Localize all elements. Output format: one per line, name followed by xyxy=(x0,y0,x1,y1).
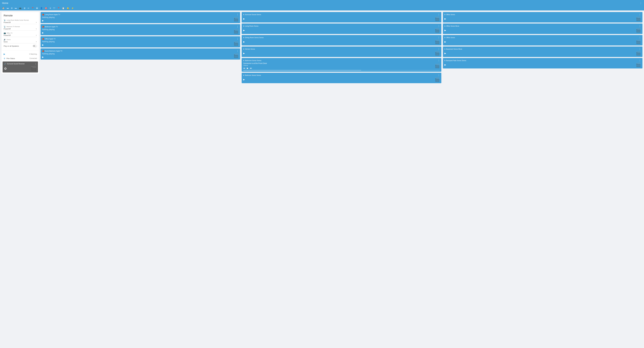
nav-bedroom-icon[interactable]: 🛏 xyxy=(15,7,17,10)
nav-tv-icon[interactable]: 📺 xyxy=(19,7,22,10)
guest-bedroom-apple-tv-play[interactable]: ▶ xyxy=(42,56,44,58)
apple-icon-2: 🍎 xyxy=(42,26,44,28)
basement-sonos-move-more[interactable]: ⋮ xyxy=(639,48,641,50)
dining-room-sonos-more[interactable]: ⋮ xyxy=(438,36,440,39)
remote-label-2: Bedroom TV Remote xyxy=(6,26,20,28)
bathroom-play-button[interactable]: ▶ xyxy=(247,67,248,69)
backyard-patio-sonos-play[interactable]: ▶ xyxy=(444,64,446,66)
nav-person-icon[interactable]: 👤 xyxy=(40,7,43,10)
surround-sound-film-icon: 🎬 xyxy=(435,16,440,21)
nav-edit-icon[interactable]: ✏ xyxy=(28,7,29,10)
bathroom-song-title: Someone is at the Front Door xyxy=(243,62,434,64)
apple-tv-column: 🍎 Living Room Apple TV ⋮ Nothing playing… xyxy=(40,12,240,60)
nav-target-icon[interactable]: 🎯 xyxy=(45,7,48,10)
kitchen-sonos-more[interactable]: ⋮ xyxy=(438,48,440,50)
office-sonos-2-more[interactable]: ⋮ xyxy=(639,36,641,39)
office-sonos-move-more[interactable]: ⋮ xyxy=(639,25,641,27)
bathroom-progress-fill xyxy=(243,70,361,70)
office-sonos-move-film-icon: 🎬 xyxy=(636,28,641,33)
play-all-label: Play on all Speakers xyxy=(4,45,19,47)
sonos-label: Sonos xyxy=(6,39,10,40)
office-sonos-play[interactable]: ▶ xyxy=(444,18,446,20)
bedroom-apple-tv-card: 🍎 Bedroom Apple TV ⋮ Nothing playing ▶ 🎬 xyxy=(40,24,240,35)
office-sonos-more[interactable]: ⋮ xyxy=(639,13,641,16)
office-sonos-2-play[interactable]: ▶ xyxy=(444,41,446,43)
living-room-apple-tv-card: 🍎 Living Room Apple TV ⋮ Nothing playing… xyxy=(40,12,240,23)
backyard-patio-sonos-title: Backyard Patio Sonos Sonos xyxy=(446,60,466,62)
plex-status-value: Connected xyxy=(30,58,37,59)
bathroom-next-button[interactable]: ⏭ xyxy=(250,67,252,69)
backyard-patio-sonos-more[interactable]: ⋮ xyxy=(639,59,641,62)
chevron-sonos: ▼ xyxy=(36,41,37,42)
guest-bedroom-apple-tv-more[interactable]: ⋮ xyxy=(236,50,238,52)
living-room-sonos-more[interactable]: ⋮ xyxy=(438,25,440,27)
remote-section: 📡 Living Room Media Center Remote PowerO… xyxy=(2,18,39,50)
living-room-apple-tv-play[interactable]: ▶ xyxy=(42,20,44,22)
watching-count: 0 Watching xyxy=(29,53,37,55)
surround-sound-sonos-more[interactable]: ⋮ xyxy=(438,13,440,16)
remote-office: 📺 Office TV PowerOff ▼ xyxy=(4,32,37,37)
chevron-3: ▼ xyxy=(36,34,37,36)
office-film-icon: 🎬 xyxy=(234,41,238,46)
bedroom-apple-tv-play[interactable]: ▶ xyxy=(42,32,44,34)
bathroom-sonos-more[interactable]: ⋮ xyxy=(438,59,440,62)
kitchen-film-icon: 🎬 xyxy=(435,51,440,56)
bedroom-sonos-more[interactable]: ⋮ xyxy=(438,74,440,76)
nav-row: 🏠 🛏 ⚙ 🛏 📺 🖥 ✏ 📍 🏛 👤 🎯 ✈ 🛡 📍 📋 🔔 ⚡ xyxy=(0,6,644,10)
bathroom-film-icon: 🎬 xyxy=(435,64,440,68)
sonos-select: 🔊 Sonos None ▼ xyxy=(4,38,37,44)
nav-pin-icon[interactable]: 📍 xyxy=(32,7,34,10)
bedroom-apple-tv-status: Nothing playing xyxy=(42,28,234,30)
nav-building-icon[interactable]: 🏛 xyxy=(36,7,38,10)
remote-living-room: 📡 Living Room Media Center Remote PowerO… xyxy=(4,19,37,24)
nav-tools-icon[interactable]: ⚙ xyxy=(11,7,13,10)
nav-location-icon[interactable]: 📍 xyxy=(57,7,60,10)
bedroom-apple-tv-more[interactable]: ⋮ xyxy=(236,26,238,28)
guest-bedroom-apple-tv-card: 🍎 Guest Bedroom Apple TV ⋮ Nothing playi… xyxy=(40,48,240,60)
plex-watching-row: ▶ 0 Watching xyxy=(2,52,39,56)
nav-bolt-icon[interactable]: ⚡ xyxy=(71,7,74,10)
nav-shield-icon[interactable]: 🛡 xyxy=(53,7,55,10)
living-room-film-icon: 🎬 xyxy=(234,17,238,22)
basement-sonos-move-title: Basement Sonos Move xyxy=(446,48,462,50)
office-sonos-move-title: Office Sonos Move xyxy=(446,25,459,27)
office-apple-tv-more[interactable]: ⋮ xyxy=(236,38,238,40)
bathroom-prev-button[interactable]: ⏮ xyxy=(243,67,245,69)
office-sonos-card: S Office Sonos ⋮ ▶ 🎬 xyxy=(443,12,642,22)
remote-value-3: PowerOff xyxy=(4,34,10,36)
nav-bed-icon[interactable]: 🛏 xyxy=(7,7,9,10)
nav-send-icon[interactable]: ✈ xyxy=(50,7,51,10)
bedroom-sonos-play[interactable]: ▶ xyxy=(243,78,245,80)
sonos-icon-2: S xyxy=(243,25,244,27)
sonos-icon-5: S xyxy=(243,60,244,61)
receiver-label: Surround Sound Receiver xyxy=(7,63,25,65)
nav-home-icon[interactable]: 🏠 xyxy=(2,7,5,10)
backyard-patio-sonos-card: S Backyard Patio Sonos Sonos ⋮ ▶ 🎬 xyxy=(443,58,642,68)
backyard-film-icon: 🎬 xyxy=(636,62,641,67)
kitchen-sonos-play[interactable]: ▶ xyxy=(243,52,245,54)
nav-monitor-icon[interactable]: 🖥 xyxy=(24,7,26,10)
main-content: Remote 📡 Living Room Media Center Remote… xyxy=(0,10,644,85)
office-apple-tv-play[interactable]: ▶ xyxy=(42,44,44,46)
bedroom-sonos-title: Bedroom Sonos Sonos xyxy=(245,74,261,76)
kitchen-sonos-card: S Kitchen Sonos ⋮ ▶ 🎬 xyxy=(242,46,441,57)
play-all-toggle[interactable] xyxy=(33,45,37,47)
basement-sonos-move-play[interactable]: ▶ xyxy=(444,52,446,54)
surround-sound-sonos-play[interactable]: ▶ xyxy=(243,18,245,20)
dining-room-sonos-play[interactable]: ▶ xyxy=(243,41,245,43)
topbar-actions: ⋮ xyxy=(640,2,642,4)
office-sonos-move-play[interactable]: ▶ xyxy=(444,29,446,32)
nav-list-icon[interactable]: 📋 xyxy=(62,7,64,10)
plex-status-row: 🖥 Plex Status Connected xyxy=(2,56,39,60)
plex-icon: ▶ xyxy=(4,53,5,55)
living-room-sonos-play[interactable]: ▶ xyxy=(243,29,245,32)
receiver-more-icon[interactable]: ⋮ xyxy=(35,63,36,65)
cards-area: 🍎 Living Room Apple TV ⋮ Nothing playing… xyxy=(40,12,642,83)
receiver-power-button[interactable]: ⏻ xyxy=(4,67,7,70)
more-menu-icon[interactable]: ⋮ xyxy=(640,2,642,4)
office-sonos-2-card: S Office Sonos ⋮ ▶ 🎬 xyxy=(443,35,642,46)
nav-bell-icon[interactable]: 🔔 xyxy=(67,7,69,10)
dining-room-sonos-title: Dining Room Sonos Sonos xyxy=(245,37,264,38)
living-room-apple-tv-more[interactable]: ⋮ xyxy=(236,13,238,16)
left-panel: Remote 📡 Living Room Media Center Remote… xyxy=(2,12,39,74)
